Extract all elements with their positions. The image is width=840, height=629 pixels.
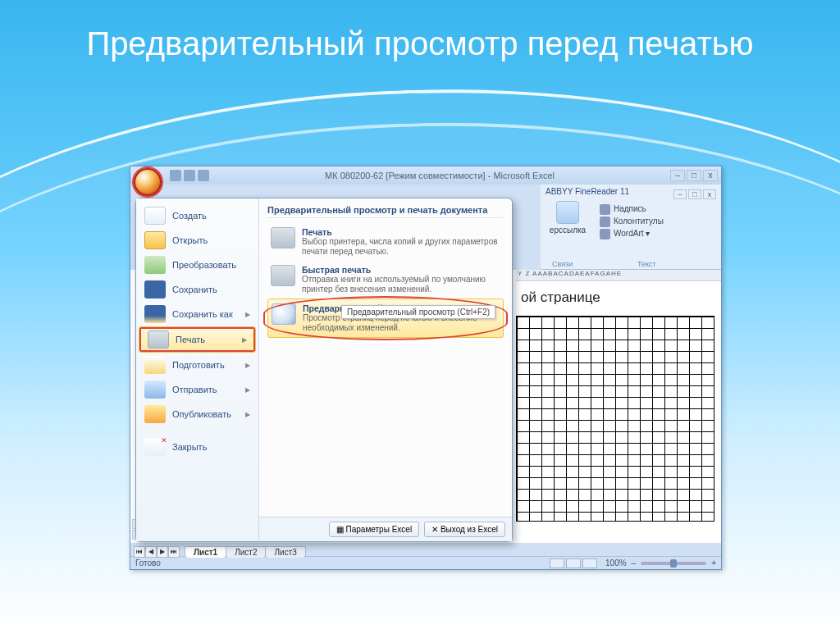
exit-excel-label: Выход из Excel	[441, 525, 498, 534]
tab-nav-first[interactable]: ⏮	[134, 546, 145, 558]
zoom-in-button[interactable]: +	[711, 558, 716, 567]
zoom-level[interactable]: 100%	[605, 558, 627, 567]
prepare-icon	[144, 356, 166, 374]
menu-convert[interactable]: Преобразовать	[136, 253, 258, 277]
ribbon-tab-label[interactable]: ABBYY FineReader 11	[546, 187, 629, 196]
menu-save[interactable]: Сохранить	[136, 277, 258, 302]
menu-new[interactable]: Создать	[136, 203, 258, 228]
zoom-slider[interactable]	[641, 562, 706, 565]
wordart-label: WordArt	[614, 229, 644, 238]
tooltip: Предварительный просмотр (Ctrl+F2)	[341, 305, 495, 319]
publish-icon	[144, 405, 166, 423]
menu-print[interactable]: Печать▶	[139, 326, 256, 353]
submenu-print-desc: Выбор принтера, числа копий и других пар…	[302, 237, 500, 257]
chevron-right-icon: ▶	[245, 386, 250, 394]
menu-save-label: Сохранить	[172, 285, 217, 294]
hyperlink-button[interactable]: ерссылка	[542, 201, 593, 235]
menu-open[interactable]: Открыть	[136, 228, 258, 253]
view-pagelayout-button[interactable]	[566, 558, 581, 568]
column-headers[interactable]: Y Z AAABACADAEAFAGAHE	[516, 270, 721, 281]
quick-print-icon	[271, 265, 295, 286]
save-icon	[144, 280, 166, 299]
menu-saveas[interactable]: Сохранить как▶	[136, 302, 258, 326]
menu-send[interactable]: Отправить▶	[136, 377, 258, 402]
headerfooter-icon	[600, 217, 610, 227]
excel-options-button[interactable]: ▦ Параметры Excel	[329, 522, 419, 537]
chevron-right-icon: ▶	[245, 311, 250, 318]
textbox-label: Надпись	[614, 204, 646, 213]
office-menu: Создать Открыть Преобразовать Сохранить …	[135, 198, 513, 542]
status-ready: Готово	[135, 558, 161, 567]
visible-cell-text: ой странице	[521, 289, 600, 306]
wordart-button[interactable]: WordArt ▾	[600, 227, 664, 239]
exit-excel-button[interactable]: ✕ Выход из Excel	[424, 522, 505, 537]
submenu-print-title: Печать	[302, 227, 500, 237]
menu-prepare[interactable]: Подготовить▶	[136, 353, 258, 377]
window-maximize-button[interactable]: □	[687, 170, 701, 181]
qat-undo-icon[interactable]	[184, 170, 195, 181]
window-title: МК 080200-62 [Режим совместимости] - Mic…	[214, 171, 665, 180]
magnifier-icon	[272, 303, 296, 325]
workbook-close-button[interactable]: x	[703, 189, 716, 199]
zoom-out-button[interactable]: –	[632, 558, 637, 567]
view-normal-button[interactable]	[550, 558, 564, 568]
sheet-tab-1[interactable]: Лист1	[185, 546, 226, 558]
wordart-icon	[600, 229, 610, 239]
submenu-quick-print[interactable]: Быстрая печатьОтправка книги на использу…	[267, 261, 504, 299]
sheet-tab-2[interactable]: Лист2	[226, 546, 266, 558]
globe-icon	[556, 201, 579, 224]
submenu-quick-title: Быстрая печать	[302, 265, 500, 275]
headerfooter-button[interactable]: Колонтитулы	[600, 215, 664, 227]
menu-close[interactable]: Закрыть	[136, 435, 258, 459]
status-bar: Готово 100% – +	[130, 556, 721, 569]
sheet-tab-3[interactable]: Лист3	[265, 546, 305, 558]
menu-print-label: Печать	[176, 335, 205, 344]
titlebar: МК 080200-62 [Режим совместимости] - Mic…	[130, 166, 721, 185]
tab-nav-last[interactable]: ⏭	[168, 546, 180, 558]
excel-options-label: Параметры Excel	[346, 525, 413, 534]
headerfooter-label: Колонтитулы	[614, 217, 664, 226]
submenu-header: Предварительный просмотр и печать докуме…	[267, 205, 504, 218]
menu-close-label: Закрыть	[172, 442, 207, 452]
hyperlink-label: ерссылка	[550, 226, 586, 235]
chevron-right-icon: ▶	[245, 362, 250, 369]
chevron-right-icon: ▶	[245, 411, 250, 418]
textbox-icon	[600, 204, 610, 215]
qat-redo-icon[interactable]	[198, 170, 209, 181]
grid-area[interactable]	[516, 316, 714, 522]
tab-nav-next[interactable]: ▶	[157, 546, 168, 558]
convert-icon	[144, 256, 166, 274]
workbook-restore-button[interactable]: □	[688, 189, 701, 199]
window-minimize-button[interactable]: –	[670, 170, 685, 181]
menu-publish[interactable]: Опубликовать▶	[136, 402, 258, 426]
saveas-icon	[144, 305, 166, 323]
chevron-right-icon: ▶	[242, 336, 247, 344]
submenu-quick-desc: Отправка книги на используемый по умолча…	[302, 275, 500, 294]
menu-prepare-label: Подготовить	[172, 360, 225, 370]
submenu-print[interactable]: ПечатьВыбор принтера, числа копий и друг…	[267, 223, 504, 261]
printer-icon	[271, 227, 295, 248]
textbox-button[interactable]: Надпись	[600, 203, 664, 215]
print-icon	[148, 330, 169, 349]
menu-open-label: Открыть	[172, 235, 208, 245]
send-icon	[144, 381, 166, 399]
window-close-button[interactable]: x	[703, 170, 718, 181]
new-icon	[144, 207, 166, 225]
qat-save-icon[interactable]	[170, 170, 181, 181]
menu-publish-label: Опубликовать	[172, 409, 231, 419]
view-pagebreak-button[interactable]	[582, 558, 597, 568]
workbook-minimize-button[interactable]: –	[673, 189, 687, 199]
menu-convert-label: Преобразовать	[172, 260, 236, 270]
menu-saveas-label: Сохранить как	[172, 309, 233, 319]
menu-send-label: Отправить	[172, 385, 217, 394]
tab-nav-prev[interactable]: ◀	[145, 546, 157, 558]
slide-title: Предварительный просмотр перед печатью	[0, 25, 840, 62]
menu-new-label: Создать	[172, 211, 207, 221]
quick-access-toolbar[interactable]	[170, 170, 209, 181]
excel-window: МК 080200-62 [Режим совместимости] - Mic…	[130, 166, 722, 570]
open-icon	[144, 231, 166, 249]
close-doc-icon	[144, 438, 166, 456]
ribbon-group-links: Связи	[552, 260, 573, 268]
ribbon-group-text: Текст	[637, 260, 656, 268]
office-button[interactable]	[134, 168, 162, 196]
